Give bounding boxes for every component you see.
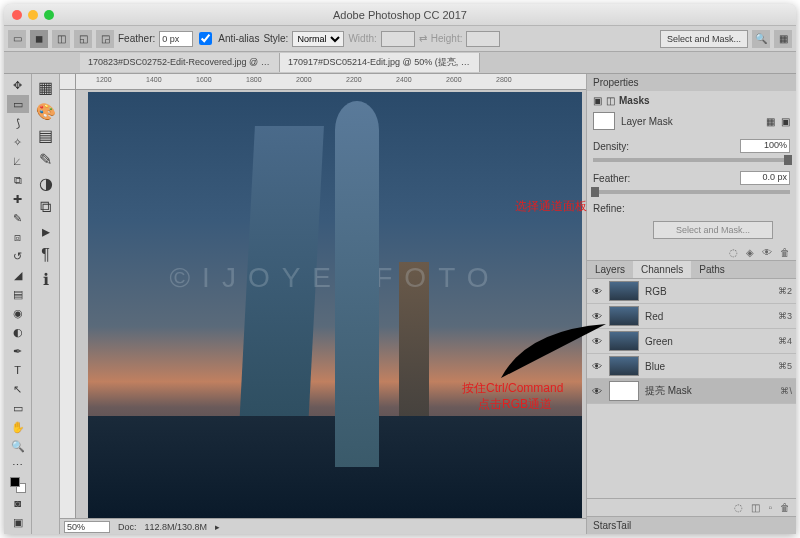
zoom-input[interactable]: 50% <box>64 521 110 533</box>
lasso-tool[interactable]: ⟆ <box>7 114 29 132</box>
vector-mask-icon[interactable]: ▣ <box>781 116 790 127</box>
eyedropper-tool[interactable]: ⧉ <box>7 171 29 189</box>
masks-section-label: Masks <box>619 95 650 106</box>
pen-tool[interactable]: ✒ <box>7 342 29 360</box>
tab-layers[interactable]: Layers <box>587 261 633 278</box>
mask-feather-label: Feather: <box>593 173 630 184</box>
brushes-panel-icon[interactable]: ✎ <box>35 148 57 170</box>
load-selection-icon[interactable]: ◌ <box>734 502 743 513</box>
channel-thumb <box>609 331 639 351</box>
visibility-icon[interactable]: 👁 <box>591 386 603 397</box>
ruler-horizontal[interactable]: 1200 1400 1600 1800 2000 2200 2400 2600 … <box>76 74 586 90</box>
screenmode-toggle[interactable]: ▣ <box>7 513 29 531</box>
blur-tool[interactable]: ◉ <box>7 304 29 322</box>
pixel-mask-icon[interactable]: ▦ <box>766 116 775 127</box>
save-selection-icon[interactable]: ◫ <box>751 502 760 513</box>
tab-paths[interactable]: Paths <box>691 261 733 278</box>
delete-mask-icon[interactable]: 🗑 <box>780 247 790 258</box>
mask-from-sel-icon[interactable]: ◌ <box>729 247 738 258</box>
properties-panel-header[interactable]: Properties <box>587 74 796 91</box>
mask-mode-icon[interactable]: ▣ <box>593 95 602 106</box>
visibility-icon[interactable]: 👁 <box>591 361 603 372</box>
channel-thumb <box>609 356 639 376</box>
titlebar: Adobe Photoshop CC 2017 <box>4 4 796 26</box>
refine-select-mask-button[interactable]: Select and Mask... <box>653 221 773 239</box>
eraser-tool[interactable]: ◢ <box>7 266 29 284</box>
type-tool[interactable]: T <box>7 361 29 379</box>
selection-new-icon[interactable]: ◼ <box>30 30 48 48</box>
quickmask-toggle[interactable]: ◙ <box>7 494 29 512</box>
anti-alias-checkbox[interactable] <box>199 32 212 45</box>
density-input[interactable]: 100% <box>740 139 790 153</box>
visibility-icon[interactable]: 👁 <box>591 336 603 347</box>
brush-tool[interactable]: ✎ <box>7 209 29 227</box>
docinfo: 112.8M/130.8M <box>145 522 208 532</box>
marquee-tool[interactable]: ▭ <box>7 95 29 113</box>
selection-intersect-icon[interactable]: ◲ <box>96 30 114 48</box>
app-title: Adobe Photoshop CC 2017 <box>4 9 796 21</box>
workspace-icon[interactable]: ▦ <box>774 30 792 48</box>
refine-label: Refine: <box>593 203 625 214</box>
color-swatch[interactable] <box>8 477 28 493</box>
height-label: Height: <box>431 33 463 44</box>
layer-mask-thumb[interactable] <box>593 112 615 130</box>
docinfo-chevron-icon[interactable]: ▸ <box>215 522 220 532</box>
shape-tool[interactable]: ▭ <box>7 399 29 417</box>
properties-panel: Properties ▣ ◫ Masks Layer Mask ▦ ▣ <box>587 74 796 261</box>
feather-slider[interactable] <box>593 190 790 194</box>
channel-rgb[interactable]: 👁 RGB ⌘2 <box>587 279 796 304</box>
channel-list: 👁 RGB ⌘2 👁 Red ⌘3 👁 Green <box>587 279 796 404</box>
crop-tool[interactable]: ⟀ <box>7 152 29 170</box>
color-panel-icon[interactable]: 🎨 <box>35 100 57 122</box>
visibility-icon[interactable]: 👁 <box>591 286 603 297</box>
dodge-tool[interactable]: ◐ <box>7 323 29 341</box>
toggle-mask-icon[interactable]: 👁 <box>762 247 772 258</box>
history-brush-tool[interactable]: ↺ <box>7 247 29 265</box>
styles-panel-icon[interactable]: ⧉ <box>35 196 57 218</box>
actions-panel-icon[interactable]: ▸ <box>35 220 57 242</box>
toolbox: ✥ ▭ ⟆ ✧ ⟀ ⧉ ✚ ✎ ⧇ ↺ ◢ ▤ ◉ ◐ ✒ T ↖ ▭ ✋ 🔍 … <box>4 74 32 534</box>
mask-feather-input[interactable]: 0.0 px <box>740 171 790 185</box>
feather-input[interactable]: 0 px <box>159 31 193 47</box>
channel-green[interactable]: 👁 Green ⌘4 <box>587 329 796 354</box>
stamp-tool[interactable]: ⧇ <box>7 228 29 246</box>
starstail-panel-header[interactable]: StarsTail <box>587 517 796 534</box>
mask-mode-icon-2[interactable]: ◫ <box>606 95 615 106</box>
gradient-tool[interactable]: ▤ <box>7 285 29 303</box>
adjust-panel-icon[interactable]: ◑ <box>35 172 57 194</box>
channel-thumb <box>609 306 639 326</box>
move-tool[interactable]: ✥ <box>7 76 29 94</box>
selection-subtract-icon[interactable]: ◱ <box>74 30 92 48</box>
swatches-panel-icon[interactable]: ▤ <box>35 124 57 146</box>
healing-tool[interactable]: ✚ <box>7 190 29 208</box>
selection-add-icon[interactable]: ◫ <box>52 30 70 48</box>
new-channel-icon[interactable]: ▫ <box>768 502 772 513</box>
info-panel-icon[interactable]: ℹ <box>35 268 57 290</box>
options-bar: ▭ ◼ ◫ ◱ ◲ Feather: 0 px Anti-alias Style… <box>4 26 796 52</box>
path-tool[interactable]: ↖ <box>7 380 29 398</box>
style-select[interactable]: Normal <box>292 31 344 47</box>
edit-toolbar[interactable]: ⋯ <box>7 456 29 474</box>
apply-mask-icon[interactable]: ◈ <box>746 247 754 258</box>
doc-tab-2[interactable]: 170917#DSC05214-Edit.jpg @ 50% (提亮, Laye… <box>280 53 480 72</box>
channel-mask[interactable]: 👁 提亮 Mask ⌘\ <box>587 379 796 404</box>
zoom-tool[interactable]: 🔍 <box>7 437 29 455</box>
ruler-origin[interactable] <box>60 74 76 90</box>
density-slider[interactable] <box>593 158 790 162</box>
feather-label: Feather: <box>118 33 155 44</box>
wand-tool[interactable]: ✧ <box>7 133 29 151</box>
doc-tab-1[interactable]: 170823#DSC02752-Edit-Recovered.jpg @ 200… <box>80 53 280 72</box>
delete-channel-icon[interactable]: 🗑 <box>780 502 790 513</box>
hand-tool[interactable]: ✋ <box>7 418 29 436</box>
paragraph-panel-icon[interactable]: ¶ <box>35 244 57 266</box>
channel-blue[interactable]: 👁 Blue ⌘5 <box>587 354 796 379</box>
history-panel-icon[interactable]: ▦ <box>35 76 57 98</box>
ruler-vertical[interactable] <box>60 90 76 518</box>
search-icon[interactable]: 🔍 <box>752 30 770 48</box>
channel-red[interactable]: 👁 Red ⌘3 <box>587 304 796 329</box>
canvas[interactable]: ©IJOYERFOTO <box>88 92 582 518</box>
select-and-mask-button[interactable]: Select and Mask... <box>660 30 748 48</box>
marquee-tool-icon[interactable]: ▭ <box>8 30 26 48</box>
visibility-icon[interactable]: 👁 <box>591 311 603 322</box>
tab-channels[interactable]: Channels <box>633 261 691 278</box>
